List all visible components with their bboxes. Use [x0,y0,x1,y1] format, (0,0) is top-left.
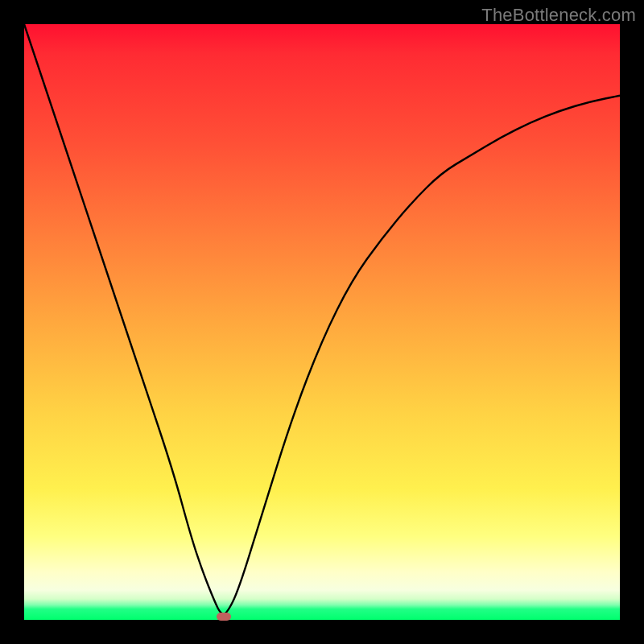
plot-area [24,24,620,620]
watermark-text: TheBottleneck.com [481,5,636,26]
chart-frame: TheBottleneck.com [0,0,644,644]
bottleneck-curve [24,24,620,614]
curve-svg [24,24,620,620]
optimum-marker [217,613,231,621]
